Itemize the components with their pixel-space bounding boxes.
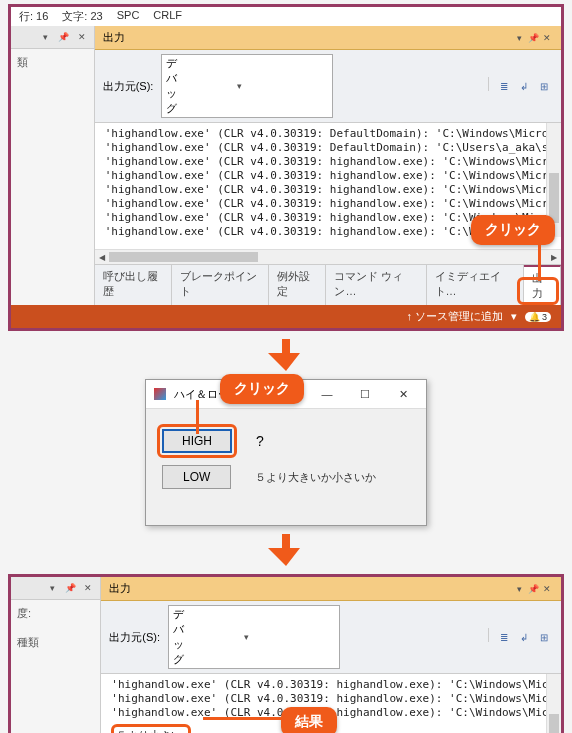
- dropdown-icon[interactable]: ▾: [40, 31, 52, 43]
- scroll-left-icon[interactable]: ◀: [95, 250, 109, 264]
- clear-icon[interactable]: ≣: [495, 77, 513, 95]
- solution-pane: ▾ 📌 ✕ 度: 種類: [11, 577, 101, 733]
- notification-badge[interactable]: 🔔3: [525, 312, 551, 322]
- arrow-down-icon: [0, 339, 572, 371]
- output-panel-title: 出力 ▾ 📌 ✕: [101, 577, 561, 601]
- toggle-icon[interactable]: ⊞: [535, 77, 553, 95]
- clear-icon[interactable]: ≣: [495, 628, 513, 646]
- pin-icon[interactable]: 📌: [64, 582, 76, 594]
- pin-icon[interactable]: 📌: [58, 31, 70, 43]
- hint-label: ５より大きいか小さいか: [255, 470, 376, 485]
- close-icon[interactable]: ✕: [82, 582, 94, 594]
- status-chars: 文字: 23: [62, 9, 102, 24]
- status-crlf: CRLF: [153, 9, 182, 24]
- tab-command[interactable]: コマンド ウィン…: [326, 265, 426, 305]
- result-highlight: ５より小さい４以下です８ではない: [111, 724, 191, 733]
- output-line: 'highandlow.exe' (CLR v4.0.30319: Defaul…: [105, 141, 555, 155]
- status-row: 行: 16: [19, 9, 48, 24]
- scrollbar-horizontal[interactable]: ◀ ▶: [95, 249, 561, 264]
- separator: [488, 77, 489, 91]
- output-line: 'highandlow.exe' (CLR v4.0.30319: highan…: [105, 169, 555, 183]
- output-source-select[interactable]: デバッグ: [168, 605, 340, 669]
- arrow-down-icon: [0, 534, 572, 566]
- close-icon[interactable]: ✕: [541, 583, 553, 595]
- scrollbar-vertical[interactable]: [546, 674, 561, 733]
- wrap-icon[interactable]: ↲: [515, 77, 533, 95]
- status-spc: SPC: [117, 9, 140, 24]
- output-source-label: 出力元(S):: [103, 79, 154, 94]
- separator: [488, 628, 489, 642]
- output-line: 'highandlow.exe' (CLR v4.0.30319: Defaul…: [105, 127, 555, 141]
- bottom-tabs: 呼び出し履歴 ブレークポイント 例外設定 コマンド ウィン… イミディエイト… …: [95, 264, 561, 305]
- scroll-right-icon[interactable]: ▶: [547, 250, 561, 264]
- tab-output[interactable]: 出力: [524, 265, 561, 305]
- output-source-row: 出力元(S): デバッグ ≣ ↲ ⊞: [95, 50, 561, 123]
- output-source-label: 出力元(S):: [109, 630, 160, 645]
- left-deg: 度:: [17, 606, 94, 621]
- status-bar: 行: 16 文字: 23 SPC CRLF: [11, 7, 561, 26]
- left-types: 種類: [17, 635, 94, 650]
- left-content: 類: [11, 49, 94, 76]
- low-button[interactable]: LOW: [162, 465, 231, 489]
- close-icon[interactable]: ✕: [541, 32, 553, 44]
- output-label: 出力: [109, 581, 131, 596]
- output-source-select[interactable]: デバッグ: [161, 54, 333, 118]
- tab-exceptions[interactable]: 例外設定: [269, 265, 326, 305]
- tab-callstack[interactable]: 呼び出し履歴: [95, 265, 172, 305]
- solution-pane: ▾ 📌 ✕ 類: [11, 26, 95, 305]
- tab-immediate[interactable]: イミディエイト…: [427, 265, 524, 305]
- callout-click: クリック: [220, 374, 304, 404]
- toggle-icon[interactable]: ⊞: [535, 628, 553, 646]
- callout-line: [203, 717, 281, 720]
- output-panel-title: 出力 ▾ 📌 ✕: [95, 26, 561, 50]
- dropdown-icon[interactable]: ▾: [513, 32, 525, 44]
- high-button[interactable]: HIGH: [162, 429, 232, 453]
- maximize-icon[interactable]: ☐: [350, 386, 380, 402]
- output-line: 'highandlow.exe' (CLR v4.0.30319: highan…: [105, 155, 555, 169]
- output-line: 'highandlow.exe' (CLR v4.0.30319: highan…: [111, 678, 555, 692]
- dropdown-icon[interactable]: ▾: [46, 582, 58, 594]
- close-icon[interactable]: ✕: [388, 386, 418, 402]
- dropdown-icon[interactable]: ▾: [513, 583, 525, 595]
- question-label: ?: [256, 433, 264, 449]
- output-line: 'highandlow.exe' (CLR v4.0.30319: highan…: [105, 183, 555, 197]
- app-icon: [154, 388, 166, 400]
- vs-status-bar: ↑ ソース管理に追加▾ 🔔3: [11, 305, 561, 328]
- source-control-add[interactable]: ↑ ソース管理に追加: [406, 309, 503, 324]
- output-line: 'highandlow.exe' (CLR v4.0.30319: highan…: [105, 197, 555, 211]
- result-line: ５より小さい: [116, 729, 182, 733]
- callout-result: 結果: [281, 707, 337, 733]
- output-line: 'highandlow.exe' (CLR v4.0.30319: highan…: [111, 692, 555, 706]
- wrap-icon[interactable]: ↲: [515, 628, 533, 646]
- highlow-dialog: ハイ＆ロー — ☐ ✕ HIGH ? LOW ５より大きいか小さいか クリック: [145, 379, 427, 526]
- output-label: 出力: [103, 30, 125, 45]
- pin-icon[interactable]: 📌: [527, 583, 539, 595]
- close-icon[interactable]: ✕: [76, 31, 88, 43]
- minimize-icon[interactable]: —: [312, 386, 342, 402]
- callout-click: クリック: [471, 215, 555, 245]
- pin-icon[interactable]: 📌: [527, 32, 539, 44]
- tab-breakpoints[interactable]: ブレークポイント: [172, 265, 269, 305]
- output-source-row: 出力元(S): デバッグ ≣ ↲ ⊞: [101, 601, 561, 674]
